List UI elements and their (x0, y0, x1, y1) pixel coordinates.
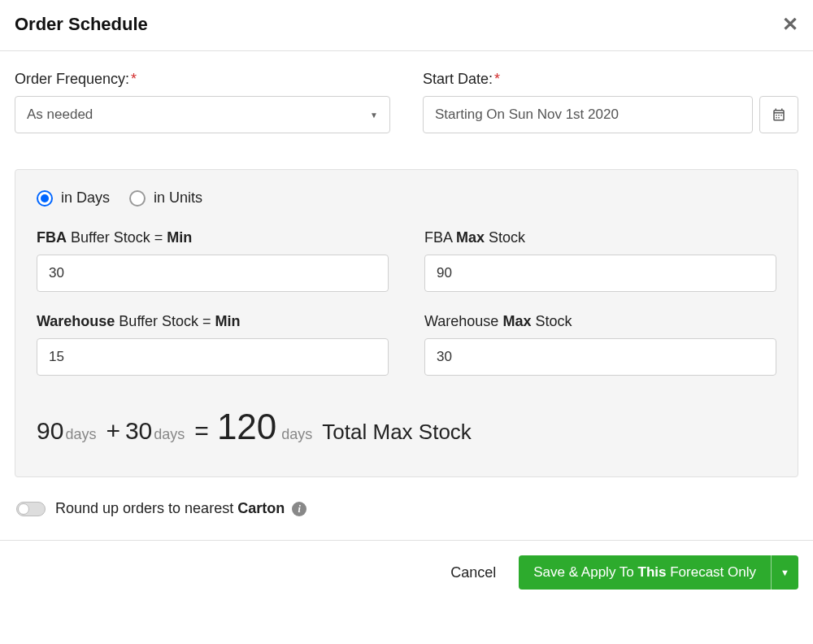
warehouse-min-input[interactable] (37, 338, 389, 376)
radio-in-units[interactable]: in Units (129, 189, 202, 207)
round-up-toggle[interactable] (16, 502, 46, 516)
fba-max-input[interactable] (424, 255, 776, 292)
fba-min-label: FBA Buffer Stock = Min (37, 229, 389, 246)
order-frequency-select[interactable]: As needed ▼ (15, 96, 390, 133)
warehouse-max-input[interactable] (424, 338, 776, 376)
close-icon[interactable]: ✕ (782, 13, 798, 36)
fba-max-label: FBA Max Stock (424, 229, 776, 246)
save-dropdown-button[interactable]: ▼ (771, 555, 798, 590)
radio-in-days[interactable]: in Days (37, 189, 110, 207)
start-date-input[interactable]: Starting On Sun Nov 1st 2020 (423, 96, 753, 133)
start-date-label: Start Date:* (423, 71, 798, 88)
calendar-icon (772, 107, 786, 122)
save-apply-button[interactable]: Save & Apply To This Forecast Only (519, 555, 771, 590)
info-icon[interactable]: i (292, 502, 307, 516)
cancel-button[interactable]: Cancel (450, 564, 496, 581)
dialog-title: Order Schedule (15, 14, 148, 35)
total-max-stock-summary: 90 days + 30 days = 120 days Total Max S… (37, 407, 776, 447)
chevron-down-icon: ▼ (370, 111, 378, 120)
warehouse-min-label: Warehouse Buffer Stock = Min (37, 313, 389, 330)
stock-settings-panel: in Days in Units FBA Buffer Stock = Min … (15, 169, 798, 477)
chevron-down-icon: ▼ (780, 568, 789, 577)
fba-min-input[interactable] (37, 255, 389, 292)
calendar-button[interactable] (759, 96, 798, 133)
order-frequency-label: Order Frequency:* (15, 71, 390, 88)
warehouse-max-label: Warehouse Max Stock (424, 313, 776, 330)
round-up-label: Round up orders to nearest Carton i (55, 500, 307, 517)
